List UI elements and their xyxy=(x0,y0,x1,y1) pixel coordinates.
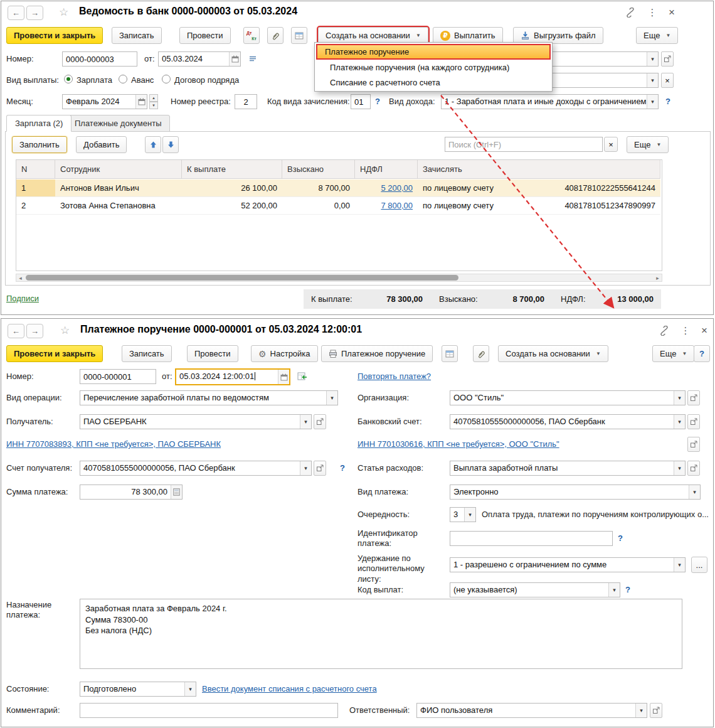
kebab-menu-icon[interactable]: ⋮ xyxy=(645,6,659,19)
tab-payment-documents[interactable]: Платежные документы xyxy=(66,115,170,132)
radio-advance[interactable] xyxy=(119,75,127,83)
open-button[interactable] xyxy=(687,461,700,476)
organization-inn-link[interactable]: ИНН 7701030616, КПП <не требуется>, ООО … xyxy=(358,439,559,449)
col-header-employee[interactable]: Сотрудник xyxy=(55,160,182,179)
forward-button[interactable]: → xyxy=(26,6,43,20)
chevron-down-icon[interactable]: ▾ xyxy=(674,461,685,475)
table-row[interactable]: 2 Зотова Анна Степановна 52 200,00 0,00 … xyxy=(16,197,660,215)
ellipsis-button[interactable]: ... xyxy=(691,557,707,573)
help-icon[interactable]: ? xyxy=(665,97,670,106)
favorite-star-icon[interactable]: ☆ xyxy=(59,6,68,19)
related-documents-button[interactable] xyxy=(442,345,458,362)
journal-icon[interactable] xyxy=(246,52,260,66)
radio-salary[interactable] xyxy=(64,75,73,83)
add-row-button[interactable]: Добавить xyxy=(76,136,127,153)
print-payment-order-button[interactable]: Платежное поручение xyxy=(321,345,433,362)
priority-combo[interactable]: 3 ▾ xyxy=(450,507,476,522)
expense-item-combo[interactable]: Выплата заработной платы ▾ xyxy=(450,461,686,476)
scroll-right-icon[interactable]: ▸ xyxy=(654,274,662,281)
col-header-topay[interactable]: К выплате xyxy=(182,160,282,179)
attachment-button[interactable] xyxy=(267,27,283,44)
responsible-combo[interactable]: ФИО пользователя ▾ xyxy=(416,703,647,718)
scrollbar-thumb[interactable] xyxy=(26,275,458,281)
move-down-button[interactable] xyxy=(162,136,179,153)
pay-button[interactable]: ₽Выплатить xyxy=(433,27,503,44)
export-file-button[interactable]: Выгрузить файл xyxy=(513,27,603,44)
open-button[interactable] xyxy=(314,414,326,429)
credit-code-input[interactable] xyxy=(351,94,371,109)
back-button[interactable]: ← xyxy=(8,324,24,338)
organization-combo[interactable]: ООО "Стиль" ▾ xyxy=(450,390,686,405)
state-combo[interactable]: Подготовлено ▾ xyxy=(80,682,196,697)
calendar-icon[interactable] xyxy=(278,370,289,384)
kebab-menu-icon[interactable]: ⋮ xyxy=(679,324,692,338)
chevron-down-icon[interactable]: ▾ xyxy=(647,73,658,87)
payment-purpose-textarea[interactable]: Заработная плата за Февраль 2024 г. Сумм… xyxy=(80,599,682,669)
chevron-down-icon[interactable]: ▾ xyxy=(300,415,311,429)
close-icon[interactable]: × xyxy=(665,6,679,19)
move-up-button[interactable] xyxy=(145,136,161,153)
create-based-on-button[interactable]: Создать на основании▼ xyxy=(498,345,608,362)
grid-more-button[interactable]: Еще▼ xyxy=(627,136,669,153)
register-number-input[interactable] xyxy=(235,94,257,109)
chevron-down-icon[interactable]: ▾ xyxy=(689,485,700,499)
menu-item-payment-order[interactable]: Платежное поручение xyxy=(316,44,551,60)
open-button[interactable] xyxy=(661,51,674,67)
repeat-payment-link[interactable]: Повторять платеж? xyxy=(358,372,431,381)
post-button[interactable]: Провести xyxy=(179,27,231,44)
chevron-down-icon[interactable]: ▾ xyxy=(674,391,685,405)
chevron-down-icon[interactable]: ▾ xyxy=(674,558,685,572)
month-stepper[interactable]: ▲ ▼ xyxy=(149,94,158,109)
clear-button[interactable]: × xyxy=(661,73,674,88)
tab-salary[interactable]: Зарплата (2) xyxy=(6,115,72,132)
open-button[interactable] xyxy=(687,437,700,452)
chevron-down-icon[interactable]: ▾ xyxy=(647,52,658,66)
open-button[interactable] xyxy=(687,390,700,405)
fill-button[interactable]: Заполнить xyxy=(12,136,67,153)
create-based-on-button[interactable]: Создать на основании▼ xyxy=(318,27,428,44)
close-icon[interactable]: × xyxy=(697,324,711,338)
recipient-inn-link[interactable]: ИНН 7707083893, КПП <не требуется>, ПАО … xyxy=(6,439,221,449)
scroll-left-icon[interactable]: ◂ xyxy=(16,274,24,281)
more-button[interactable]: Еще▼ xyxy=(652,345,694,362)
date-input[interactable]: 05.03.2024 xyxy=(158,51,241,67)
save-button[interactable]: Записать xyxy=(112,27,162,44)
chevron-down-icon[interactable]: ▾ xyxy=(608,583,620,597)
ndfl-link[interactable]: 7 800,00 xyxy=(381,201,413,210)
signatures-link[interactable]: Подписи xyxy=(6,294,39,303)
col-header-collected[interactable]: Взыскано xyxy=(282,160,355,179)
search-input[interactable] xyxy=(445,137,603,152)
horizontal-scrollbar[interactable]: ◂ ▸ xyxy=(16,274,662,282)
operation-type-combo[interactable]: Перечисление заработной платы по ведомос… xyxy=(80,390,338,405)
attachment-button[interactable] xyxy=(473,345,489,362)
calculator-icon[interactable] xyxy=(171,485,182,499)
dtkt-postings-icon[interactable]: ДтКт xyxy=(243,27,260,44)
step-down-icon[interactable]: ▼ xyxy=(149,102,158,109)
income-kind-combo[interactable]: 1 - Заработная плата и иные доходы с огр… xyxy=(441,94,659,109)
chevron-down-icon[interactable]: ▾ xyxy=(647,95,658,109)
payment-id-input[interactable] xyxy=(450,531,613,546)
enter-writeoff-document-link[interactable]: Ввести документ списания с расчетного сч… xyxy=(202,684,377,693)
related-documents-button[interactable] xyxy=(291,27,307,44)
chevron-down-icon[interactable]: ▾ xyxy=(464,508,475,522)
step-up-icon[interactable]: ▲ xyxy=(149,94,158,102)
post-button[interactable]: Провести xyxy=(187,345,238,362)
help-icon[interactable]: ? xyxy=(340,463,345,473)
payout-code-combo[interactable]: (не указывается) ▾ xyxy=(450,582,620,597)
insert-current-date-icon[interactable] xyxy=(295,370,309,383)
ndfl-link[interactable]: 5 200,00 xyxy=(381,183,413,193)
calendar-icon[interactable] xyxy=(135,95,147,109)
recipient-account-combo[interactable]: 40705810555000000056, ПАО Сбербанк ▾ xyxy=(80,461,312,476)
radio-contract[interactable] xyxy=(162,75,171,83)
help-icon[interactable]: ? xyxy=(375,97,380,106)
post-and-close-button[interactable]: Провести и закрыть xyxy=(6,345,103,362)
settings-button[interactable]: ⚙ Настройка xyxy=(251,345,318,362)
col-header-credit[interactable]: Зачислять xyxy=(418,160,660,179)
help-button[interactable]: ? xyxy=(694,345,710,362)
menu-item-account-writeoff[interactable]: Списание с расчетного счета xyxy=(316,75,551,90)
more-button[interactable]: Еще▼ xyxy=(636,27,678,44)
link-icon[interactable] xyxy=(623,6,637,19)
number-input[interactable] xyxy=(80,369,156,384)
withholding-combo[interactable]: 1 - разрешено с ограничением по сумме ▾ xyxy=(450,557,686,572)
chevron-down-icon[interactable]: ▾ xyxy=(674,415,685,429)
